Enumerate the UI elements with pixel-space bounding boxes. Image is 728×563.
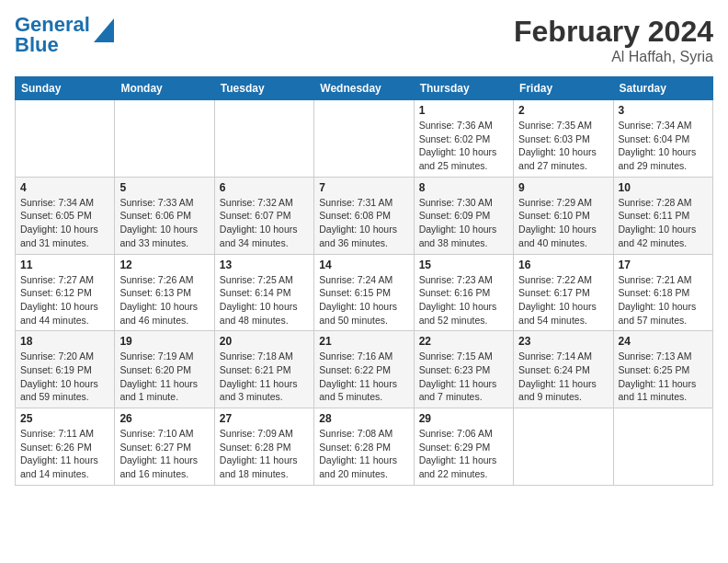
day-info: Sunrise: 7:22 AM Sunset: 6:17 PM Dayligh… <box>518 273 608 327</box>
day-info: Sunrise: 7:24 AM Sunset: 6:15 PM Dayligh… <box>319 273 408 327</box>
calendar-week-row: 11Sunrise: 7:27 AM Sunset: 6:12 PM Dayli… <box>16 254 713 331</box>
calendar-cell: 20Sunrise: 7:18 AM Sunset: 6:21 PM Dayli… <box>214 331 313 408</box>
day-number: 5 <box>119 181 209 194</box>
day-of-week-header: Tuesday <box>214 77 313 100</box>
day-info: Sunrise: 7:23 AM Sunset: 6:16 PM Dayligh… <box>419 273 508 327</box>
calendar-cell: 11Sunrise: 7:27 AM Sunset: 6:12 PM Dayli… <box>16 254 115 331</box>
day-number: 7 <box>319 181 408 194</box>
calendar-cell <box>115 100 214 178</box>
calendar-table: SundayMondayTuesdayWednesdayThursdayFrid… <box>15 76 713 486</box>
day-number: 27 <box>220 412 309 425</box>
day-info: Sunrise: 7:20 AM Sunset: 6:19 PM Dayligh… <box>20 350 109 404</box>
calendar-cell: 1Sunrise: 7:36 AM Sunset: 6:02 PM Daylig… <box>414 100 513 178</box>
day-info: Sunrise: 7:19 AM Sunset: 6:20 PM Dayligh… <box>119 350 209 404</box>
day-info: Sunrise: 7:34 AM Sunset: 6:04 PM Dayligh… <box>619 119 708 173</box>
calendar-cell: 27Sunrise: 7:09 AM Sunset: 6:28 PM Dayli… <box>214 408 313 486</box>
month-year-title: February 2024 <box>514 15 713 49</box>
day-number: 14 <box>319 259 408 271</box>
calendar-cell: 9Sunrise: 7:29 AM Sunset: 6:10 PM Daylig… <box>514 177 613 254</box>
day-info: Sunrise: 7:32 AM Sunset: 6:07 PM Dayligh… <box>220 196 309 250</box>
day-number: 22 <box>419 335 508 348</box>
day-number: 28 <box>319 412 408 425</box>
day-info: Sunrise: 7:13 AM Sunset: 6:25 PM Dayligh… <box>619 350 708 404</box>
day-number: 3 <box>619 104 708 117</box>
logo-text: General Blue <box>15 15 90 55</box>
day-info: Sunrise: 7:06 AM Sunset: 6:29 PM Dayligh… <box>419 427 508 481</box>
day-number: 18 <box>20 335 109 348</box>
day-info: Sunrise: 7:16 AM Sunset: 6:22 PM Dayligh… <box>319 350 408 404</box>
logo: General Blue <box>15 15 114 55</box>
day-number: 29 <box>419 412 508 425</box>
day-of-week-header: Thursday <box>414 77 513 100</box>
day-info: Sunrise: 7:18 AM Sunset: 6:21 PM Dayligh… <box>220 350 309 404</box>
calendar-week-row: 25Sunrise: 7:11 AM Sunset: 6:26 PM Dayli… <box>16 408 713 486</box>
day-number: 25 <box>20 412 109 425</box>
day-number: 19 <box>119 335 209 348</box>
calendar-cell: 17Sunrise: 7:21 AM Sunset: 6:18 PM Dayli… <box>613 254 712 331</box>
calendar-cell: 3Sunrise: 7:34 AM Sunset: 6:04 PM Daylig… <box>613 100 712 178</box>
day-number: 2 <box>518 104 608 117</box>
day-info: Sunrise: 7:36 AM Sunset: 6:02 PM Dayligh… <box>419 119 508 173</box>
calendar-cell <box>514 408 613 486</box>
calendar-header-row: SundayMondayTuesdayWednesdayThursdayFrid… <box>16 77 713 100</box>
svg-marker-0 <box>94 18 114 42</box>
logo-blue: Blue <box>15 33 59 56</box>
calendar-cell: 21Sunrise: 7:16 AM Sunset: 6:22 PM Dayli… <box>314 331 414 408</box>
calendar-cell: 10Sunrise: 7:28 AM Sunset: 6:11 PM Dayli… <box>613 177 712 254</box>
day-of-week-header: Friday <box>514 77 613 100</box>
day-info: Sunrise: 7:09 AM Sunset: 6:28 PM Dayligh… <box>220 427 309 481</box>
calendar-cell: 13Sunrise: 7:25 AM Sunset: 6:14 PM Dayli… <box>214 254 313 331</box>
calendar-cell <box>214 100 313 178</box>
day-info: Sunrise: 7:14 AM Sunset: 6:24 PM Dayligh… <box>518 350 608 404</box>
calendar-cell: 28Sunrise: 7:08 AM Sunset: 6:28 PM Dayli… <box>314 408 414 486</box>
logo-icon <box>94 18 114 42</box>
day-info: Sunrise: 7:08 AM Sunset: 6:28 PM Dayligh… <box>319 427 408 481</box>
day-number: 9 <box>518 181 608 194</box>
day-number: 10 <box>619 181 708 194</box>
calendar-cell: 5Sunrise: 7:33 AM Sunset: 6:06 PM Daylig… <box>115 177 214 254</box>
day-info: Sunrise: 7:27 AM Sunset: 6:12 PM Dayligh… <box>20 273 109 327</box>
day-number: 20 <box>220 335 309 348</box>
calendar-cell <box>314 100 414 178</box>
calendar-cell <box>16 100 115 178</box>
calendar-cell: 8Sunrise: 7:30 AM Sunset: 6:09 PM Daylig… <box>414 177 513 254</box>
day-of-week-header: Monday <box>115 77 214 100</box>
calendar-cell: 7Sunrise: 7:31 AM Sunset: 6:08 PM Daylig… <box>314 177 414 254</box>
day-info: Sunrise: 7:34 AM Sunset: 6:05 PM Dayligh… <box>20 196 109 250</box>
day-of-week-header: Wednesday <box>314 77 414 100</box>
day-info: Sunrise: 7:31 AM Sunset: 6:08 PM Dayligh… <box>319 196 408 250</box>
calendar-cell: 2Sunrise: 7:35 AM Sunset: 6:03 PM Daylig… <box>514 100 613 178</box>
calendar-week-row: 1Sunrise: 7:36 AM Sunset: 6:02 PM Daylig… <box>16 100 713 178</box>
day-info: Sunrise: 7:10 AM Sunset: 6:27 PM Dayligh… <box>119 427 209 481</box>
day-of-week-header: Saturday <box>613 77 712 100</box>
calendar-cell <box>613 408 712 486</box>
calendar-week-row: 18Sunrise: 7:20 AM Sunset: 6:19 PM Dayli… <box>16 331 713 408</box>
calendar-cell: 29Sunrise: 7:06 AM Sunset: 6:29 PM Dayli… <box>414 408 513 486</box>
day-number: 23 <box>518 335 608 348</box>
location-subtitle: Al Haffah, Syria <box>514 49 713 65</box>
day-info: Sunrise: 7:21 AM Sunset: 6:18 PM Dayligh… <box>619 273 708 327</box>
day-number: 11 <box>20 259 109 271</box>
day-info: Sunrise: 7:33 AM Sunset: 6:06 PM Dayligh… <box>119 196 209 250</box>
day-number: 15 <box>419 259 508 271</box>
day-info: Sunrise: 7:11 AM Sunset: 6:26 PM Dayligh… <box>20 427 109 481</box>
day-number: 21 <box>319 335 408 348</box>
calendar-cell: 16Sunrise: 7:22 AM Sunset: 6:17 PM Dayli… <box>514 254 613 331</box>
calendar-cell: 19Sunrise: 7:19 AM Sunset: 6:20 PM Dayli… <box>115 331 214 408</box>
calendar-week-row: 4Sunrise: 7:34 AM Sunset: 6:05 PM Daylig… <box>16 177 713 254</box>
day-info: Sunrise: 7:25 AM Sunset: 6:14 PM Dayligh… <box>220 273 309 327</box>
day-number: 6 <box>220 181 309 194</box>
calendar-cell: 24Sunrise: 7:13 AM Sunset: 6:25 PM Dayli… <box>613 331 712 408</box>
day-info: Sunrise: 7:35 AM Sunset: 6:03 PM Dayligh… <box>518 119 608 173</box>
day-number: 12 <box>119 259 209 271</box>
day-number: 16 <box>518 259 608 271</box>
calendar-cell: 25Sunrise: 7:11 AM Sunset: 6:26 PM Dayli… <box>16 408 115 486</box>
calendar-cell: 26Sunrise: 7:10 AM Sunset: 6:27 PM Dayli… <box>115 408 214 486</box>
day-info: Sunrise: 7:30 AM Sunset: 6:09 PM Dayligh… <box>419 196 508 250</box>
calendar-cell: 15Sunrise: 7:23 AM Sunset: 6:16 PM Dayli… <box>414 254 513 331</box>
calendar-cell: 18Sunrise: 7:20 AM Sunset: 6:19 PM Dayli… <box>16 331 115 408</box>
day-of-week-header: Sunday <box>16 77 115 100</box>
calendar-cell: 4Sunrise: 7:34 AM Sunset: 6:05 PM Daylig… <box>16 177 115 254</box>
calendar-cell: 12Sunrise: 7:26 AM Sunset: 6:13 PM Dayli… <box>115 254 214 331</box>
day-info: Sunrise: 7:15 AM Sunset: 6:23 PM Dayligh… <box>419 350 508 404</box>
